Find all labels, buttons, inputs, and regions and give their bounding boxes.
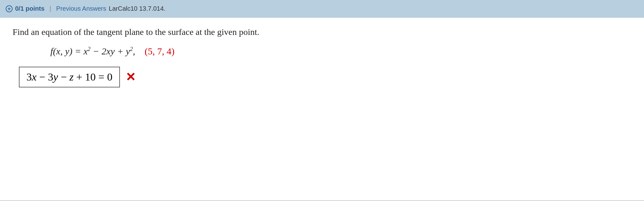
formula-expression: f(x, y) = x2 − 2xy + y2, <box>50 46 145 56</box>
answer-box-row: 3x − 3y − z + 10 = 0 ✕ <box>19 67 631 87</box>
plus-icon-wrapper: + <box>6 5 13 12</box>
header-bar: + 0/1 points | Previous Answers LarCalc1… <box>0 0 644 18</box>
score-label: 0/1 points <box>15 5 44 12</box>
wrong-icon: ✕ <box>126 70 136 84</box>
problem-statement: Find an equation of the tangent plane to… <box>13 27 631 37</box>
main-content: Find an equation of the tangent plane to… <box>0 18 644 94</box>
answer-text: 3x − 3y − z + 10 = 0 <box>26 71 112 83</box>
separator: | <box>49 5 51 12</box>
formula-line: f(x, y) = x2 − 2xy + y2, (5, 7, 4) <box>50 46 631 57</box>
problem-ref: LarCalc10 13.7.014. <box>109 5 166 12</box>
previous-answers-link[interactable]: Previous Answers <box>56 5 106 12</box>
formula-point: (5, 7, 4) <box>145 46 175 56</box>
plus-icon: + <box>6 5 13 12</box>
answer-box: 3x − 3y − z + 10 = 0 <box>19 67 120 87</box>
